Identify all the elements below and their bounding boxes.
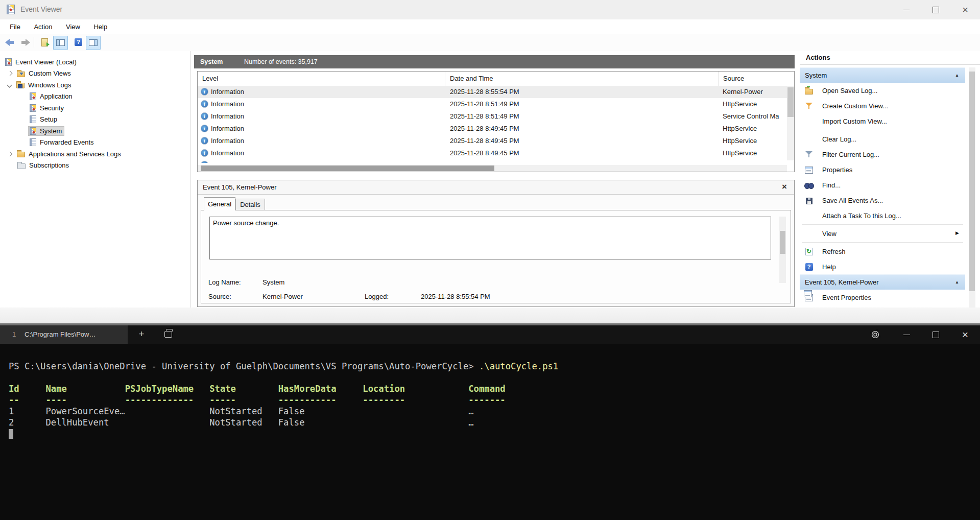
job-table-row: 2 DellHubEvent NotStarted False … (9, 417, 980, 428)
actions-section-event[interactable]: Event 105, Kernel-Power (800, 274, 965, 290)
help-icon (75, 38, 82, 46)
menu-action[interactable]: Action (28, 19, 58, 34)
expander-collapsed-icon[interactable] (8, 151, 13, 156)
event-row[interactable]: Information 2025-11-28 8:49:45 PM HttpSe… (198, 147, 787, 159)
actions-pane: Actions System Open Saved Log... Create … (800, 51, 980, 308)
tree-item-windows-logs[interactable]: Windows Logs (0, 79, 190, 91)
scrollbar-thumb[interactable] (780, 231, 785, 254)
action-event-properties[interactable]: Event Properties (800, 290, 965, 305)
help-toolbar-button[interactable] (71, 36, 85, 49)
prompt-line: PS C:\Users\dania\OneDrive - University … (9, 361, 980, 372)
action-save-all-events-as[interactable]: Save All Events As... (800, 193, 965, 208)
window-title: Event Viewer (20, 5, 62, 13)
clipped-action-icon (804, 290, 812, 297)
scrollbar-thumb[interactable] (787, 87, 794, 117)
terminal-maximize-button[interactable] (921, 325, 950, 344)
subscriptions-icon (17, 163, 26, 169)
action-properties[interactable]: Properties (800, 162, 965, 177)
ev-main-area: Event Viewer (Local) Custom Views Window… (0, 51, 980, 308)
maximize-icon (933, 7, 939, 13)
general-tab-page: Power source change. Log Name: System So… (201, 210, 791, 303)
terminal-tab[interactable]: 1 C:\Program Files\Pow… (0, 325, 128, 344)
action-find[interactable]: Find... (800, 177, 965, 193)
forward-button[interactable] (18, 36, 32, 49)
menu-file[interactable]: File (4, 19, 26, 34)
information-icon (201, 125, 208, 132)
help-icon (805, 263, 813, 271)
logged-label: Logged: (365, 293, 389, 300)
settings-gear-icon[interactable] (870, 329, 880, 340)
ev-close-button[interactable] (952, 0, 978, 19)
source-label: Source: (208, 293, 231, 300)
action-clear-log[interactable]: Clear Log... (800, 131, 965, 147)
event-list: Level Date and Time Source Information 2… (197, 71, 795, 172)
tab-general[interactable]: General (204, 197, 235, 210)
cursor-line (9, 428, 980, 439)
event-row[interactable]: Information 2025-11-28 8:49:45 PM HttpSe… (198, 135, 787, 147)
actions-scrollbar[interactable] (969, 67, 975, 308)
log-name: System (200, 58, 223, 65)
menu-help[interactable]: Help (88, 19, 113, 34)
column-header-source[interactable]: Source (719, 72, 787, 86)
expander-expanded-icon[interactable] (7, 82, 12, 87)
windows-logs-folder-icon (16, 83, 25, 88)
tab-title: C:\Program Files\Pow… (25, 325, 122, 344)
filter-funnel-icon (805, 151, 813, 158)
ev-menubar: File Action View Help (0, 19, 980, 34)
action-view[interactable]: View (800, 226, 965, 241)
prompt-text: PS C:\Users\dania\OneDrive - University … (9, 361, 479, 371)
event-list-vertical-scrollbar[interactable] (787, 86, 794, 160)
console-tree-toggle-button[interactable] (53, 36, 68, 50)
new-tab-button[interactable] (134, 325, 149, 344)
tab-switcher-icon[interactable] (164, 331, 172, 338)
floppy-disk-icon (806, 198, 812, 204)
actions-section-system[interactable]: System (800, 67, 965, 83)
ev-minimize-button[interactable] (894, 0, 919, 19)
action-import-custom-view[interactable]: Import Custom View... (800, 113, 965, 129)
terminal-close-button[interactable] (951, 325, 979, 344)
tree-item-application[interactable]: Application (0, 91, 190, 103)
tab-details[interactable]: Details (235, 199, 265, 210)
tree-item-security[interactable]: Security (0, 102, 190, 114)
event-list-horizontal-scrollbar[interactable] (198, 165, 787, 172)
event-message-box[interactable]: Power source change. (209, 217, 771, 259)
event-list-header: Level Date and Time Source (198, 72, 794, 86)
action-refresh[interactable]: Refresh (800, 244, 965, 259)
back-button[interactable] (3, 36, 17, 49)
event-viewer-app-icon (7, 5, 15, 14)
action-help[interactable]: Help (800, 259, 965, 274)
event-row[interactable]: Information 2025-11-28 8:55:54 PM Kernel… (198, 86, 787, 98)
action-filter-current-log[interactable]: Filter Current Log... (800, 147, 965, 162)
tree-item-custom-views[interactable]: Custom Views (0, 68, 190, 80)
export-list-button[interactable] (38, 36, 52, 49)
tree-item-root[interactable]: Event Viewer (Local) (0, 56, 190, 68)
action-attach-task[interactable]: Attach a Task To this Log... (800, 208, 965, 223)
actions-separator (802, 224, 963, 225)
partial-event-row (198, 159, 787, 163)
tree-item-subscriptions[interactable]: Subscriptions (0, 160, 190, 172)
ev-titlebar: Event Viewer (0, 0, 980, 19)
action-open-saved-log[interactable]: Open Saved Log... (800, 83, 965, 98)
terminal-content[interactable]: PS C:\Users\dania\OneDrive - University … (0, 344, 980, 520)
column-header-level[interactable]: Level (198, 72, 445, 86)
log-name-value: System (262, 278, 284, 286)
ev-maximize-button[interactable] (923, 0, 948, 19)
event-row[interactable]: Information 2025-11-28 8:51:49 PM Servic… (198, 110, 787, 123)
column-header-date[interactable]: Date and Time (445, 72, 719, 86)
detail-scrollbar[interactable] (779, 217, 786, 283)
action-pane-toggle-button[interactable] (86, 36, 101, 50)
tree-item-system[interactable]: System (0, 125, 190, 137)
scrollbar-thumb[interactable] (201, 166, 494, 171)
scrollbar-thumb[interactable] (969, 72, 975, 291)
tree-item-forwarded-events[interactable]: Forwarded Events (0, 137, 190, 149)
event-row[interactable]: Information 2025-11-28 8:49:45 PM HttpSe… (198, 123, 787, 135)
action-create-custom-view[interactable]: Create Custom View... (800, 98, 965, 113)
event-row[interactable]: Information 2025-11-28 8:51:49 PM HttpSe… (198, 98, 787, 110)
expander-collapsed-icon[interactable] (8, 71, 13, 76)
information-icon (201, 100, 208, 108)
detail-close-button[interactable] (779, 180, 790, 194)
terminal-minimize-button[interactable] (892, 325, 921, 344)
menu-view[interactable]: View (60, 19, 86, 34)
tree-item-apps-services-logs[interactable]: Applications and Services Logs (0, 148, 190, 160)
tree-item-setup[interactable]: Setup (0, 114, 190, 126)
